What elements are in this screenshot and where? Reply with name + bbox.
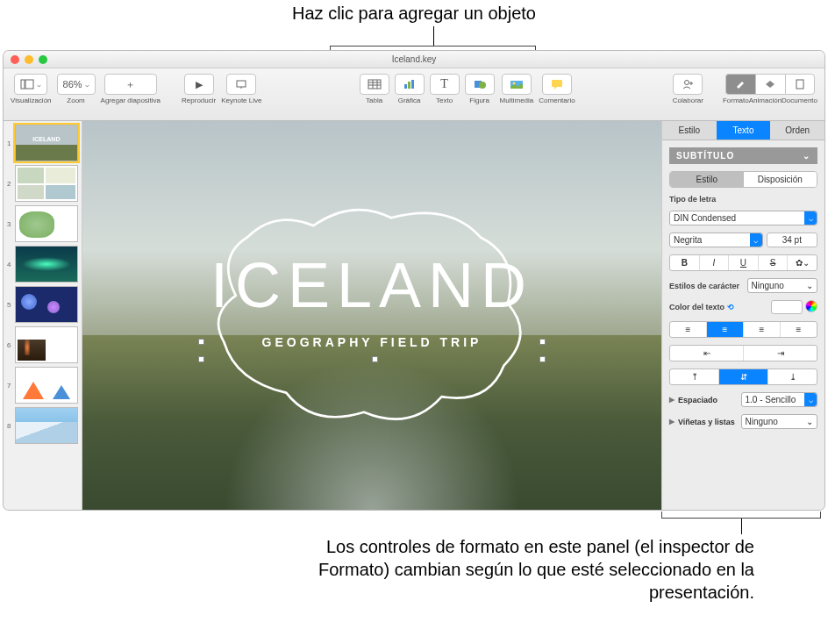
gear-button[interactable]: ✿⌄ [788, 255, 817, 270]
svg-rect-20 [796, 80, 803, 89]
format-tab[interactable] [725, 74, 755, 95]
strike-button[interactable]: S [759, 255, 789, 270]
valign-bottom-button[interactable]: ⤓ [768, 369, 817, 384]
font-weight-select[interactable]: Negrita [669, 233, 763, 247]
annotation-connector-bottom [741, 519, 742, 534]
underline-button[interactable]: U [729, 255, 759, 270]
collaborate-button[interactable] [673, 74, 703, 95]
add-slide-group: ＋ Agregar diapositiva [101, 74, 161, 104]
slide-thumb-6[interactable]: 6 [7, 326, 78, 363]
bullets-select[interactable]: Ninguno⌄ [741, 414, 818, 429]
align-right-button[interactable]: ≡ [744, 322, 781, 337]
sidebar-tabs-group: Formato Animación Documento [723, 74, 817, 104]
font-family-select[interactable]: DIN Condensed [669, 211, 817, 225]
media-button[interactable] [502, 74, 532, 95]
slide-thumb-7[interactable]: 7 [7, 367, 78, 404]
chevron-down-icon: ⌄ [803, 151, 810, 161]
spacing-select[interactable]: 1.0 - Sencillo [741, 392, 818, 407]
slide-subline[interactable]: GEOGRAPHY FIELD TRIP [82, 335, 661, 349]
slide-navigator[interactable]: 1 ICELAND 2 3 4 5 6 [4, 121, 82, 510]
annotation-top: Haz clic para agregar un objeto [0, 4, 828, 24]
paragraph-style-picker[interactable]: SUBTÍTULO ⌄ [669, 147, 817, 164]
slide-thumb-5[interactable]: 5 [7, 286, 78, 323]
color-wheel-button[interactable] [805, 300, 817, 312]
inspector-body: SUBTÍTULO ⌄ Estilo Disposición Tipo de l… [662, 140, 824, 436]
view-icon [20, 79, 34, 89]
slide-thumb-2[interactable]: 2 [7, 165, 78, 202]
zoom-button[interactable]: 86%⌵ [57, 74, 96, 95]
slide-headline[interactable]: ICELAND [82, 249, 661, 321]
add-slide-button[interactable]: ＋ [104, 74, 157, 95]
comment-button[interactable] [542, 74, 572, 95]
tab-style[interactable]: Estilo [662, 121, 717, 140]
document-label: Documento [782, 97, 817, 104]
svg-rect-9 [404, 84, 407, 89]
sidebar-tabs [725, 74, 815, 95]
subtab-style[interactable]: Estilo [670, 172, 744, 187]
animate-label: Animación [749, 97, 782, 104]
bullets-disclosure[interactable]: ▶Viñetas y listas [669, 418, 738, 426]
chart-button[interactable] [395, 74, 425, 95]
slide-thumb-1[interactable]: 1 ICELAND [7, 125, 78, 161]
chart-icon [403, 79, 417, 89]
valign-top-button[interactable]: ⤒ [670, 369, 719, 384]
italic-button[interactable]: I [700, 255, 730, 270]
add-slide-label: Agregar diapositiva [101, 97, 161, 104]
keynote-live-button[interactable] [226, 74, 256, 95]
svg-rect-0 [21, 80, 25, 89]
selection-handle[interactable] [198, 356, 204, 362]
indent-buttons: ⇤ ⇥ [669, 345, 817, 361]
valign-middle-button[interactable]: ⇵ [719, 369, 768, 384]
animate-tab[interactable] [755, 74, 785, 95]
inspector-tabs: Estilo Texto Orden [662, 121, 824, 140]
tab-order[interactable]: Orden [770, 121, 824, 140]
outdent-button[interactable]: ⇤ [670, 346, 744, 361]
format-inspector: Estilo Texto Orden SUBTÍTULO ⌄ Estilo Di… [661, 121, 824, 510]
table-icon [368, 79, 382, 89]
table-label: Tabla [366, 97, 382, 104]
slide-canvas[interactable]: ICELAND GEOGRAPHY FIELD TRIP [82, 121, 661, 510]
table-button[interactable] [360, 74, 389, 95]
svg-rect-1 [25, 80, 33, 89]
collab-group: Colaborar [673, 74, 703, 104]
selection-handle[interactable] [198, 339, 204, 345]
view-label: Visualización [11, 97, 52, 104]
selection-handle[interactable] [372, 356, 378, 362]
document-tab[interactable] [785, 74, 815, 95]
slide-thumb-4[interactable]: 4 [7, 246, 78, 283]
view-button[interactable]: ⌵ [14, 74, 47, 95]
font-size-stepper[interactable]: 34 pt [767, 233, 817, 247]
svg-point-17 [685, 81, 689, 85]
text-color-well[interactable] [771, 300, 803, 314]
selection-handle[interactable] [539, 339, 546, 345]
titlebar: Iceland.key [4, 51, 824, 68]
char-style-label: Estilos de carácter [669, 282, 744, 290]
comment-group: Comentario [539, 74, 575, 104]
svg-rect-2 [237, 81, 246, 87]
chart-label: Gráfica [398, 97, 421, 104]
text-button[interactable]: T [430, 74, 460, 95]
align-center-button[interactable]: ≡ [707, 322, 744, 337]
document-title: Iceland.key [4, 54, 824, 64]
align-justify-button[interactable]: ≡ [781, 322, 817, 337]
char-style-select[interactable]: Ninguno⌄ [747, 278, 817, 293]
media-group: Multimedia [500, 74, 534, 104]
tab-text[interactable]: Texto [717, 121, 771, 140]
table-group: Tabla [360, 74, 389, 104]
spacing-disclosure[interactable]: ▶Espaciado [669, 396, 738, 404]
content-area: 1 ICELAND 2 3 4 5 6 [4, 121, 824, 510]
selection-handle[interactable] [539, 356, 546, 362]
shape-button[interactable] [465, 74, 495, 95]
slide-thumb-3[interactable]: 3 [7, 205, 78, 242]
annotation-bottom: Los controles de formato en este panel (… [263, 535, 754, 604]
annotation-bracket-bottom [661, 512, 821, 519]
align-left-button[interactable]: ≡ [670, 322, 707, 337]
bold-button[interactable]: B [670, 255, 700, 270]
annotation-connector [433, 26, 434, 46]
text-color-label: Color del texto ⟲ [669, 303, 742, 311]
play-button[interactable]: ▶ [184, 74, 214, 95]
slide-thumb-8[interactable]: 8 [7, 407, 78, 444]
media-label: Multimedia [500, 97, 534, 104]
indent-button[interactable]: ⇥ [744, 346, 817, 361]
subtab-layout[interactable]: Disposición [744, 172, 817, 187]
